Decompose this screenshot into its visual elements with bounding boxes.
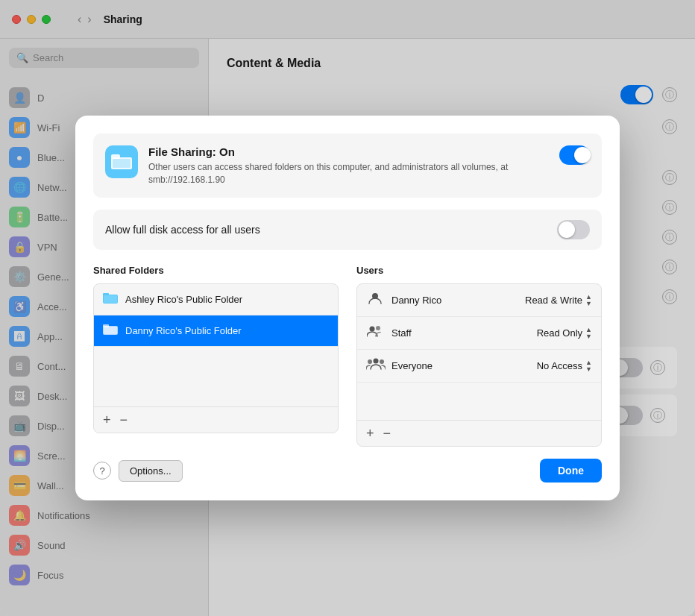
- folder-item-ashley-label: Ashley Rico's Public Folder: [125, 294, 242, 305]
- users-title: Users: [356, 265, 602, 276]
- user-item-staff: Staff Read Only ▲ ▼: [357, 317, 601, 350]
- remove-user-button[interactable]: −: [383, 427, 391, 440]
- user-name-everyone: Everyone: [391, 360, 529, 371]
- add-folder-button[interactable]: +: [103, 413, 111, 427]
- user-access-danny-rico: Read & Write ▲ ▼: [525, 294, 592, 307]
- shared-folders-panel: Shared Folders Ashley Rico's Public Fold…: [93, 265, 339, 447]
- users-footer: + −: [357, 420, 601, 446]
- modal-footer: ? Options... Done: [93, 459, 602, 483]
- folder-item-ashley[interactable]: Ashley Rico's Public Folder: [94, 284, 338, 315]
- svg-rect-2: [113, 159, 130, 168]
- help-button[interactable]: ?: [93, 462, 111, 480]
- svg-point-11: [376, 326, 380, 330]
- svg-point-14: [380, 359, 384, 364]
- file-sharing-description: Other users can access shared folders on…: [148, 161, 559, 186]
- user-access-staff: Read Only ▲ ▼: [537, 327, 592, 340]
- access-stepper-staff[interactable]: ▲ ▼: [585, 327, 592, 340]
- user-item-everyone: Everyone No Access ▲ ▼: [357, 350, 601, 383]
- access-stepper-everyone[interactable]: ▲ ▼: [585, 359, 592, 373]
- folder-icon-danny: [103, 323, 118, 339]
- group-user-icon: [366, 324, 384, 342]
- folder-item-danny[interactable]: Danny Rico's Public Folder: [94, 315, 338, 347]
- disk-access-toggle[interactable]: [557, 220, 590, 239]
- file-sharing-title: File Sharing: On: [148, 145, 559, 158]
- folder-item-danny-label: Danny Rico's Public Folder: [125, 325, 242, 336]
- remove-folder-button[interactable]: −: [120, 413, 128, 427]
- modal-backdrop: File Sharing: On Other users can access …: [0, 0, 695, 616]
- access-label-everyone: No Access: [537, 360, 582, 371]
- folder-icon-ashley: [103, 292, 118, 307]
- users-list: Danny Rico Read & Write ▲ ▼: [356, 283, 602, 447]
- sharing-modal: File Sharing: On Other users can access …: [75, 116, 620, 501]
- svg-rect-1: [111, 154, 120, 159]
- svg-point-13: [374, 359, 379, 364]
- svg-rect-8: [104, 327, 117, 334]
- done-button[interactable]: Done: [540, 459, 602, 483]
- svg-point-10: [370, 327, 375, 332]
- shared-folders-title: Shared Folders: [93, 265, 339, 276]
- folders-users-section: Shared Folders Ashley Rico's Public Fold…: [93, 265, 602, 447]
- file-sharing-left: File Sharing: On Other users can access …: [105, 145, 559, 186]
- add-user-button[interactable]: +: [366, 427, 374, 440]
- file-sharing-icon: [105, 145, 138, 178]
- user-name-staff: Staff: [391, 327, 529, 339]
- svg-rect-5: [104, 295, 117, 303]
- shared-folders-list: Ashley Rico's Public Folder Danny Rico's…: [93, 283, 339, 433]
- file-sharing-header: File Sharing: On Other users can access …: [93, 133, 602, 198]
- users-panel: Users Danny Rico Read & Write: [356, 265, 602, 447]
- file-sharing-toggle[interactable]: [559, 145, 590, 165]
- access-label-danny-rico: Read & Write: [525, 295, 582, 306]
- access-label-staff: Read Only: [537, 327, 582, 339]
- crowd-user-icon: [366, 357, 384, 374]
- footer-left: ? Options...: [93, 460, 183, 482]
- disk-access-label: Allow full disk access for all users: [105, 224, 260, 236]
- access-stepper-danny-rico[interactable]: ▲ ▼: [585, 294, 592, 307]
- svg-point-12: [368, 359, 372, 364]
- disk-access-row: Allow full disk access for all users: [93, 210, 602, 250]
- shared-folders-footer: + −: [94, 406, 338, 433]
- options-button[interactable]: Options...: [119, 460, 183, 482]
- user-item-danny-rico: Danny Rico Read & Write ▲ ▼: [357, 284, 601, 317]
- user-name-danny-rico: Danny Rico: [391, 295, 518, 306]
- single-user-icon: [366, 292, 384, 309]
- user-access-everyone: No Access ▲ ▼: [537, 359, 592, 373]
- file-sharing-text: File Sharing: On Other users can access …: [148, 145, 559, 186]
